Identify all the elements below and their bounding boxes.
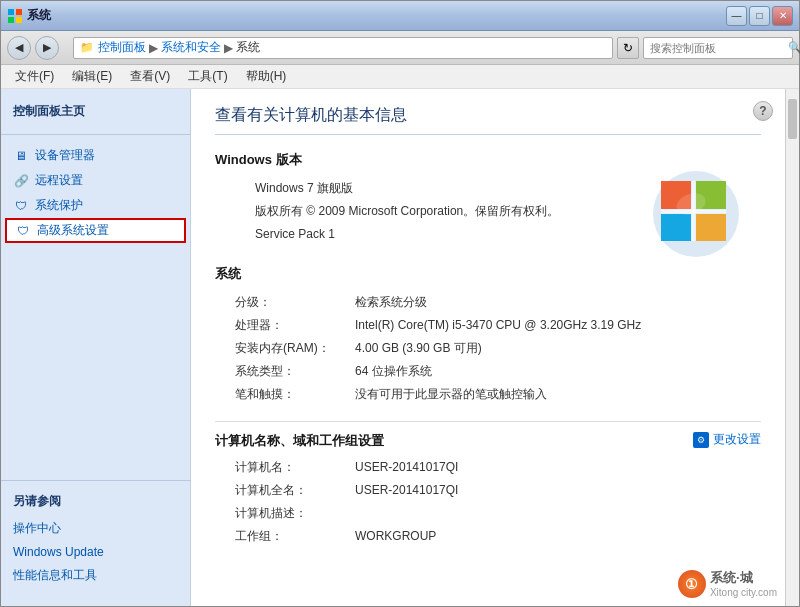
window-title: 系统	[27, 7, 51, 24]
breadcrumb-system-security[interactable]: 系统和安全	[161, 39, 221, 56]
performance-label: 性能信息和工具	[13, 567, 97, 584]
sidebar-item-performance[interactable]: 性能信息和工具	[1, 563, 190, 588]
breadcrumb-bar: 📁 控制面板 ▶ 系统和安全 ▶ 系统	[73, 37, 613, 59]
comp-row-fullname: 计算机全名： USER-20141017QI	[235, 481, 761, 500]
close-button[interactable]: ✕	[772, 6, 793, 26]
menu-view[interactable]: 查看(V)	[122, 66, 178, 87]
sys-label-processor: 处理器：	[235, 316, 355, 335]
svg-rect-1	[16, 9, 22, 15]
change-settings-button[interactable]: ⚙ 更改设置	[693, 431, 761, 448]
windows-update-label: Windows Update	[13, 545, 104, 559]
sidebar-item-device-manager[interactable]: 🖥 设备管理器	[1, 143, 190, 168]
sys-row-pen: 笔和触摸： 没有可用于此显示器的笔或触控输入	[235, 385, 761, 404]
see-also-title: 另请参阅	[1, 489, 190, 516]
search-bar: 🔍	[643, 37, 793, 59]
svg-rect-3	[16, 17, 22, 23]
sidebar-see-also: 另请参阅 操作中心 Windows Update 性能信息和工具	[1, 464, 190, 596]
sys-value-processor: Intel(R) Core(TM) i5-3470 CPU @ 3.20GHz …	[355, 316, 641, 335]
watermark-symbol: ①	[685, 576, 698, 592]
main-window: 系统 — □ ✕ ◀ ▶ 📁 控制面板 ▶ 系统和安全 ▶ 系统 ↻ 🔍 文件(…	[0, 0, 800, 607]
minimize-button[interactable]: —	[726, 6, 747, 26]
watermark-text-area: 系统·城 Xitong city.com	[710, 569, 777, 598]
sys-label-type: 系统类型：	[235, 362, 355, 381]
scrollbar[interactable]	[785, 89, 799, 606]
computer-section-label: 计算机名称、域和工作组设置	[215, 432, 384, 450]
protection-icon: 🛡	[13, 198, 29, 214]
system-grid: 分级： 检索系统分级 处理器： Intel(R) Core(TM) i5-347…	[235, 293, 761, 405]
sys-value-ram: 4.00 GB (3.90 GB 可用)	[355, 339, 482, 358]
title-bar-left: 系统	[7, 7, 51, 24]
system-section: 系统 分级： 检索系统分级 处理器： Intel(R) Core(TM) i5-…	[215, 265, 761, 405]
back-button[interactable]: ◀	[7, 36, 31, 60]
comp-label-name: 计算机名：	[235, 458, 355, 477]
search-icon: 🔍	[788, 41, 800, 54]
breadcrumb-controlpanel[interactable]: 控制面板	[98, 39, 146, 56]
computer-grid: 计算机名： USER-20141017QI 计算机全名： USER-201410…	[235, 458, 761, 547]
page-title: 查看有关计算机的基本信息	[215, 105, 761, 135]
advanced-icon: 🛡	[15, 223, 31, 239]
search-input[interactable]	[650, 42, 788, 54]
comp-label-desc: 计算机描述：	[235, 504, 355, 523]
maximize-button[interactable]: □	[749, 6, 770, 26]
sidebar-item-advanced[interactable]: 🛡 高级系统设置	[5, 218, 186, 243]
title-bar: 系统 — □ ✕	[1, 1, 799, 31]
sidebar-label-remote: 远程设置	[35, 172, 83, 189]
svg-rect-2	[8, 17, 14, 23]
sidebar-divider-bottom	[1, 480, 190, 481]
window-icon	[7, 8, 23, 24]
sys-value-type: 64 位操作系统	[355, 362, 432, 381]
sys-row-type: 系统类型： 64 位操作系统	[235, 362, 761, 381]
sidebar-label-device-manager: 设备管理器	[35, 147, 95, 164]
remote-icon: 🔗	[13, 173, 29, 189]
sidebar-item-remote[interactable]: 🔗 远程设置	[1, 168, 190, 193]
sidebar-label-protection: 系统保护	[35, 197, 83, 214]
sidebar-main-title: 控制面板主页	[1, 99, 190, 126]
comp-value-name: USER-20141017QI	[355, 458, 458, 477]
watermark-logo: ①	[678, 570, 706, 598]
sys-label-pen: 笔和触摸：	[235, 385, 355, 404]
sidebar-item-action-center[interactable]: 操作中心	[1, 516, 190, 541]
main-content: 控制面板主页 🖥 设备管理器 🔗 远程设置 🛡 系统保护 🛡 高级系统设置 另请…	[1, 89, 799, 606]
sys-value-pen: 没有可用于此显示器的笔或触控输入	[355, 385, 547, 404]
action-center-label: 操作中心	[13, 520, 61, 537]
comp-label-fullname: 计算机全名：	[235, 481, 355, 500]
svg-marker-7	[661, 214, 691, 241]
sidebar-item-windows-update[interactable]: Windows Update	[1, 541, 190, 563]
forward-button[interactable]: ▶	[35, 36, 59, 60]
sys-row-processor: 处理器： Intel(R) Core(TM) i5-3470 CPU @ 3.2…	[235, 316, 761, 335]
scrollbar-thumb[interactable]	[788, 99, 797, 139]
menu-bar: 文件(F) 编辑(E) 查看(V) 工具(T) 帮助(H)	[1, 65, 799, 89]
svg-marker-8	[696, 214, 726, 241]
comp-row-name: 计算机名： USER-20141017QI	[235, 458, 761, 477]
address-bar: ◀ ▶ 📁 控制面板 ▶ 系统和安全 ▶ 系统 ↻ 🔍	[1, 31, 799, 65]
sys-value-rating[interactable]: 检索系统分级	[355, 293, 427, 312]
windows-logo	[651, 169, 741, 262]
content-area: ? 查看有关计算机的基本信息 Windows 版本	[191, 89, 785, 606]
help-button[interactable]: ?	[753, 101, 773, 121]
refresh-button[interactable]: ↻	[617, 37, 639, 59]
menu-file[interactable]: 文件(F)	[7, 66, 62, 87]
menu-edit[interactable]: 编辑(E)	[64, 66, 120, 87]
device-manager-icon: 🖥	[13, 148, 29, 164]
sys-row-rating: 分级： 检索系统分级	[235, 293, 761, 312]
sys-label-rating: 分级：	[235, 293, 355, 312]
menu-tools[interactable]: 工具(T)	[180, 66, 235, 87]
sidebar-label-advanced: 高级系统设置	[37, 222, 109, 239]
system-section-label: 系统	[215, 265, 761, 283]
watermark-sub-text: Xitong city.com	[710, 587, 777, 598]
breadcrumb-current: 系统	[236, 39, 260, 56]
sidebar-item-protection[interactable]: 🛡 系统保护	[1, 193, 190, 218]
windows-section: Windows 版本	[215, 151, 761, 245]
menu-help[interactable]: 帮助(H)	[238, 66, 295, 87]
watermark-brand: 系统·城	[710, 570, 753, 585]
sys-label-ram: 安装内存(RAM)：	[235, 339, 355, 358]
watermark: ① 系统·城 Xitong city.com	[678, 569, 777, 598]
watermark-main-text: 系统·城	[710, 569, 777, 587]
sys-row-ram: 安装内存(RAM)： 4.00 GB (3.90 GB 可用)	[235, 339, 761, 358]
windows-section-label: Windows 版本	[215, 151, 761, 169]
computer-section: 计算机名称、域和工作组设置 ⚙ 更改设置 计算机名： USER-20141017…	[215, 421, 761, 547]
svg-rect-0	[8, 9, 14, 15]
sidebar: 控制面板主页 🖥 设备管理器 🔗 远程设置 🛡 系统保护 🛡 高级系统设置 另请…	[1, 89, 191, 606]
comp-value-fullname: USER-20141017QI	[355, 481, 458, 500]
comp-label-workgroup: 工作组：	[235, 527, 355, 546]
